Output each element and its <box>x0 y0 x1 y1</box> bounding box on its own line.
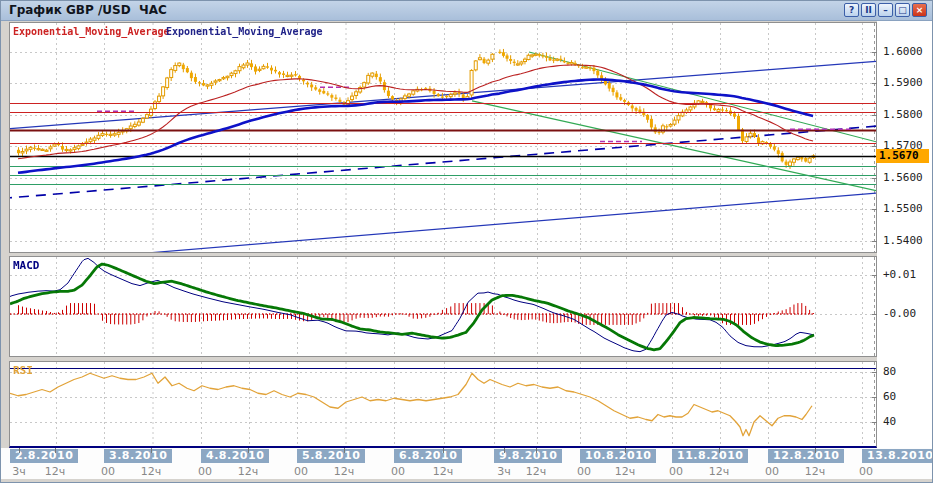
axis-tick <box>504 448 505 453</box>
rsi-axis-label: 80 <box>883 365 896 378</box>
axis-tick <box>344 448 345 453</box>
date-badge: 10.8.2010 <box>580 449 656 463</box>
price-axis-label: 1.5800 <box>883 108 923 121</box>
macd-axis-label: -0.00 <box>883 307 916 320</box>
ema-label-blue: Exponential_Moving_Average <box>166 26 323 37</box>
maximize-button[interactable]: □ <box>895 3 910 17</box>
rsi-canvas[interactable] <box>10 362 876 446</box>
time-label: 3ч <box>4 465 34 478</box>
minimize-button[interactable]: – <box>878 3 893 17</box>
date-badge: 2.8.2010 <box>10 449 78 463</box>
axis-tick <box>248 448 249 453</box>
macd-axis-label: +0.01 <box>883 268 916 281</box>
price-chart-canvas[interactable] <box>10 23 876 252</box>
axis-tick <box>815 448 816 453</box>
axis-tick <box>872 178 877 179</box>
price-axis-label: 1.5500 <box>883 202 923 215</box>
time-label: 3ч <box>489 465 519 478</box>
axis-tick <box>872 52 877 53</box>
window-controls: ? II – □ × <box>844 3 927 17</box>
pause-button[interactable]: II <box>861 3 876 17</box>
time-label: 12ч <box>521 465 551 478</box>
axis-tick <box>719 448 720 453</box>
time-axis[interactable]: 2.8.20103ч12ч3.8.20100012ч4.8.20100012ч5… <box>1 448 933 479</box>
help-button[interactable]: ? <box>844 3 859 17</box>
time-label: 12ч <box>428 465 458 478</box>
price-axis[interactable]: 1.60001.59001.58001.57001.56001.55001.54… <box>877 21 933 448</box>
axis-tick <box>55 448 56 453</box>
time-label: 12ч <box>610 465 640 478</box>
axis-tick <box>872 372 877 373</box>
axis-tick <box>872 422 877 423</box>
close-button[interactable]: × <box>912 3 927 17</box>
price-axis-label: 1.5900 <box>883 76 923 89</box>
axis-tick <box>625 448 626 453</box>
macd-label: MACD <box>13 259 40 272</box>
axis-tick <box>872 115 877 116</box>
axis-tick <box>872 146 877 147</box>
macd-canvas[interactable] <box>10 257 876 356</box>
axis-tick <box>872 209 877 210</box>
time-label: 00 <box>661 465 691 478</box>
time-label: 00 <box>757 465 787 478</box>
time-label: 00 <box>93 465 123 478</box>
price-axis-label: 1.6000 <box>883 45 923 58</box>
axis-tick <box>872 83 877 84</box>
date-badge: 3.8.2010 <box>104 449 172 463</box>
date-badge: 5.8.2010 <box>297 449 365 463</box>
rsi-label: RSI <box>13 364 33 377</box>
time-label: 12ч <box>233 465 263 478</box>
axis-tick <box>151 448 152 453</box>
time-label: 00 <box>190 465 220 478</box>
axis-tick <box>872 314 877 315</box>
date-badge: 12.8.2010 <box>768 449 844 463</box>
time-label: 00 <box>286 465 316 478</box>
time-label: 12ч <box>136 465 166 478</box>
date-badge: 4.8.2010 <box>201 449 269 463</box>
rsi-axis-label: 60 <box>883 390 896 403</box>
price-panel[interactable]: Exponential_Moving_Average Exponential_M… <box>9 22 877 253</box>
price-axis-label: 1.5600 <box>883 171 923 184</box>
ema-label-red: Exponential_Moving_Average <box>13 26 170 37</box>
title-bar[interactable]: График GBP /USD ЧАС ? II – □ × <box>1 1 932 21</box>
axis-tick <box>19 448 20 453</box>
date-badge: 6.8.2010 <box>394 449 462 463</box>
macd-panel[interactable]: MACD <box>9 256 877 357</box>
date-badge: 11.8.2010 <box>672 449 748 463</box>
price-axis-label: 1.5400 <box>883 234 923 247</box>
rsi-axis-label: 40 <box>883 415 896 428</box>
axis-tick <box>872 397 877 398</box>
axis-tick <box>872 241 877 242</box>
chart-window: График GBP /USD ЧАС ? II – □ × Exponenti… <box>0 0 933 483</box>
axis-tick <box>536 448 537 453</box>
rsi-panel[interactable]: RSI <box>9 361 877 448</box>
window-title: График GBP /USD ЧАС <box>9 3 167 17</box>
time-label: 12ч <box>800 465 830 478</box>
date-badge: 13.8.2010 <box>862 449 933 463</box>
current-price-value: 1.5670 <box>879 149 919 162</box>
chart-area: Exponential_Moving_Average Exponential_M… <box>1 21 933 483</box>
time-label: 12ч <box>704 465 734 478</box>
time-label: 12ч <box>40 465 70 478</box>
time-label: 00 <box>569 465 599 478</box>
time-label: 12ч <box>329 465 359 478</box>
axis-tick <box>872 275 877 276</box>
time-label: 00 <box>851 465 881 478</box>
axis-tick <box>443 448 444 453</box>
time-label: 00 <box>383 465 413 478</box>
current-price-tag: 1.5670 <box>876 149 929 163</box>
